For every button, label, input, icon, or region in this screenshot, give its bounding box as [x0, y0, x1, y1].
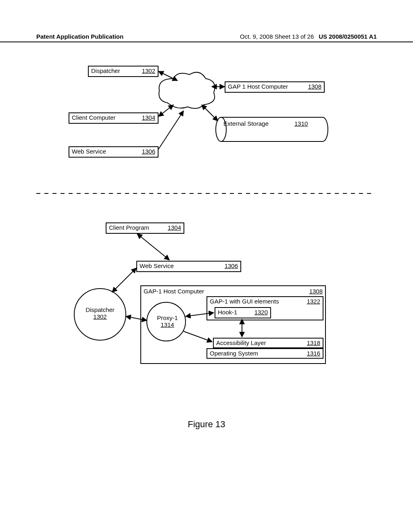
cylinder-icon — [216, 117, 328, 141]
cloud-icon — [159, 72, 215, 108]
arrow-web-dispatcher — [112, 268, 136, 292]
arrow-networks-storage — [202, 105, 218, 121]
proxy-circle-icon — [147, 302, 186, 341]
page: Patent Application Publication Oct. 9, 2… — [0, 0, 413, 532]
arrow-proxy-accessibility — [184, 331, 212, 342]
arrow-client-web — [137, 234, 169, 260]
arrow-webservice-networks — [159, 111, 184, 149]
arrow-client-networks — [159, 105, 173, 116]
arrow-dispatcher-proxy — [126, 316, 147, 320]
dispatcher-circle-icon — [74, 289, 126, 340]
arrow-proxy-hook — [186, 313, 214, 316]
diagram-svg — [0, 0, 413, 532]
